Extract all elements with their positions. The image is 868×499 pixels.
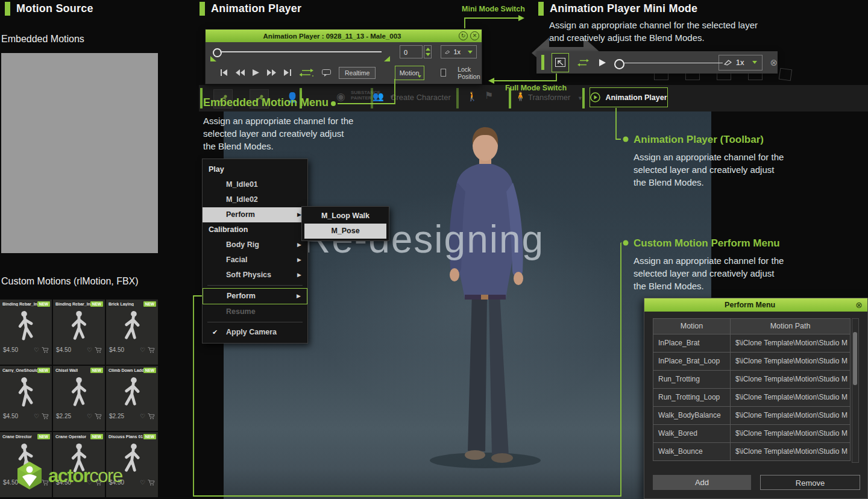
- range-end-marker[interactable]: [384, 56, 390, 61]
- motion-button[interactable]: Motion: [395, 66, 424, 80]
- mini-play-button[interactable]: [599, 59, 606, 66]
- skip-end-button[interactable]: [284, 69, 292, 76]
- motion-path-cell[interactable]: $\iClone Template\Motion\Studio M: [731, 407, 850, 424]
- submenu-item-m-pose[interactable]: M_Pose: [304, 224, 386, 239]
- motion-path-cell[interactable]: $\iClone Template\Motion\Studio M: [731, 443, 850, 460]
- motion-path-cell[interactable]: $\iClone Template\Motion\Studio M: [731, 425, 850, 442]
- motion-cell[interactable]: Run_Trotting: [653, 371, 731, 388]
- column-header-motion[interactable]: Motion: [653, 319, 731, 334]
- remove-button[interactable]: Remove: [760, 475, 860, 490]
- lock-position-checkbox[interactable]: [441, 69, 446, 77]
- motion-cell[interactable]: InPlace_Brat: [653, 334, 731, 352]
- store-item-card[interactable]: Binding Rebar_In Sit...NEW$4.50♡: [53, 300, 105, 365]
- menu-item-m-idle02[interactable]: M_Idle02: [203, 192, 307, 207]
- character-male-003[interactable]: [395, 125, 570, 472]
- add-button[interactable]: Add: [653, 475, 751, 490]
- create-character-label[interactable]: Create Character: [391, 93, 451, 102]
- cart-icon[interactable]: [95, 347, 102, 353]
- table-scrollbar[interactable]: [852, 318, 859, 463]
- range-start-marker[interactable]: [210, 56, 216, 61]
- flag-icon[interactable]: ⚑: [485, 90, 493, 101]
- player-title-bar[interactable]: Animation Player : 0928_11_13 - Male_003…: [206, 30, 482, 42]
- motion-cell[interactable]: Run_Trotting_Loop: [653, 389, 731, 406]
- menu-item-m-idle01[interactable]: M_Idle01: [203, 177, 307, 192]
- cart-icon[interactable]: [148, 347, 155, 353]
- substance-painter-icon[interactable]: ◉: [336, 90, 345, 103]
- table-row[interactable]: Walk_BodyBalance$\iClone Template\Motion…: [653, 407, 850, 425]
- item-name: Binding Rebar_In Sit...: [55, 302, 90, 306]
- mini-close-icon[interactable]: ⊗: [770, 57, 778, 68]
- full-mode-switch-button[interactable]: [552, 53, 569, 72]
- heart-icon[interactable]: ♡: [34, 413, 39, 419]
- close-icon[interactable]: ⊗: [855, 300, 863, 310]
- menu-item-facial[interactable]: Facial▶: [203, 253, 307, 268]
- mini-timeline[interactable]: [614, 57, 714, 69]
- cart-icon[interactable]: [95, 413, 102, 419]
- menu-item-body-rig[interactable]: Body Rig▶: [203, 237, 307, 253]
- cart-icon[interactable]: [148, 480, 155, 486]
- mini-mode-switch-icon[interactable]: ↻: [459, 31, 468, 40]
- desc-line: Assign an appropriate channel for the: [203, 115, 353, 127]
- heart-icon[interactable]: ♡: [87, 347, 92, 353]
- menu-item-perform[interactable]: Perform▶: [203, 288, 307, 304]
- timeline-track[interactable]: [220, 51, 382, 52]
- heart-icon[interactable]: ♡: [140, 413, 145, 419]
- store-item-card[interactable]: Climb Down Ladder 01NEW$2.25♡: [106, 366, 158, 431]
- submenu-item-m-loop-walk[interactable]: M_Loop Walk: [302, 209, 389, 224]
- table-row[interactable]: Run_Trotting_Loop$\iClone Template\Motio…: [653, 389, 850, 407]
- fast-forward-button[interactable]: [267, 69, 276, 76]
- caption-bubble-icon[interactable]: [322, 69, 331, 77]
- realtime-button[interactable]: Realtime: [339, 67, 376, 79]
- player-title-text: Animation Player : 0928_11_13 - Male_003: [206, 33, 459, 40]
- motion-path-cell[interactable]: $\iClone Template\Motion\Studio M: [731, 389, 850, 406]
- motion-path-cell[interactable]: $\iClone Template\Motion\Studio M: [731, 334, 850, 352]
- heart-icon[interactable]: ♡: [140, 347, 145, 353]
- rewind-button[interactable]: [236, 69, 245, 76]
- heart-icon[interactable]: ♡: [140, 479, 145, 486]
- speed-dropdown[interactable]: 1x: [441, 45, 477, 58]
- item-thumbnail: [106, 375, 158, 413]
- mini-mode-switch-label: Mini Mode Switch: [462, 5, 525, 13]
- heart-icon[interactable]: ♡: [34, 347, 39, 353]
- motion-cell[interactable]: InPlace_Brat_Loop: [653, 353, 731, 370]
- loop-button[interactable]: [300, 69, 314, 77]
- motion-path-cell[interactable]: $\iClone Template\Motion\Studio M: [731, 353, 850, 370]
- menu-item-apply-camera[interactable]: Apply Camera✔: [203, 325, 307, 340]
- frame-input[interactable]: 0: [400, 45, 423, 58]
- transformer-label[interactable]: Transformer: [528, 93, 570, 102]
- cart-icon[interactable]: [148, 413, 155, 419]
- store-item-card[interactable]: Binding Rebar_In Sit...NEW$4.50♡: [0, 300, 52, 365]
- create-character-icon[interactable]: 👥: [373, 91, 384, 102]
- store-item-card[interactable]: Carry_OneShoulderNEW$4.50♡: [0, 366, 52, 431]
- mini-loop-button[interactable]: [577, 59, 590, 66]
- motion-cell[interactable]: Walk_Bounce: [653, 443, 731, 460]
- table-row[interactable]: Run_Trotting$\iClone Template\Motion\Stu…: [653, 371, 850, 389]
- table-row[interactable]: Walk_Bored$\iClone Template\Motion\Studi…: [653, 425, 850, 443]
- motion-path-cell[interactable]: $\iClone Template\Motion\Studio M: [731, 371, 850, 388]
- menu-item-resume[interactable]: Resume: [203, 304, 307, 319]
- animation-player-toolbar-button[interactable]: Animation Player: [590, 87, 668, 107]
- close-icon[interactable]: ✕: [470, 31, 479, 40]
- pose-icon[interactable]: 🚶: [467, 91, 478, 102]
- cart-icon[interactable]: [42, 347, 49, 353]
- menu-item-perform[interactable]: Perform▶: [203, 207, 307, 222]
- mini-speed-dropdown[interactable]: 1x: [719, 55, 763, 71]
- table-row[interactable]: InPlace_Brat_Loop$\iClone Template\Motio…: [653, 353, 850, 371]
- perform-dialog-title-bar[interactable]: Perform Menu ⊗: [644, 298, 867, 312]
- motion-cell[interactable]: Walk_Bored: [653, 425, 731, 442]
- store-item-card[interactable]: Brick LayingNEW$4.50♡: [106, 300, 158, 365]
- transformer-icon[interactable]: 🧍: [515, 91, 526, 102]
- embedded-motions-label: Embedded Motions: [1, 34, 84, 45]
- store-item-card[interactable]: Chisel WallNEW$2.25♡: [53, 366, 105, 431]
- table-row[interactable]: Walk_Bounce$\iClone Template\Motion\Stud…: [653, 443, 850, 460]
- play-button[interactable]: [253, 69, 259, 76]
- cart-icon[interactable]: [42, 413, 49, 419]
- heart-icon[interactable]: ♡: [87, 413, 92, 419]
- frame-spinner[interactable]: [424, 45, 432, 58]
- table-row[interactable]: InPlace_Brat$\iClone Template\Motion\Stu…: [653, 334, 850, 353]
- skip-start-button[interactable]: [220, 69, 228, 76]
- motion-cell[interactable]: Walk_BodyBalance: [653, 407, 731, 424]
- scrollbar-thumb[interactable]: [853, 332, 857, 385]
- menu-item-soft-physics[interactable]: Soft Physics▶: [203, 268, 307, 283]
- column-header-motion-path[interactable]: Motion Path: [731, 319, 850, 334]
